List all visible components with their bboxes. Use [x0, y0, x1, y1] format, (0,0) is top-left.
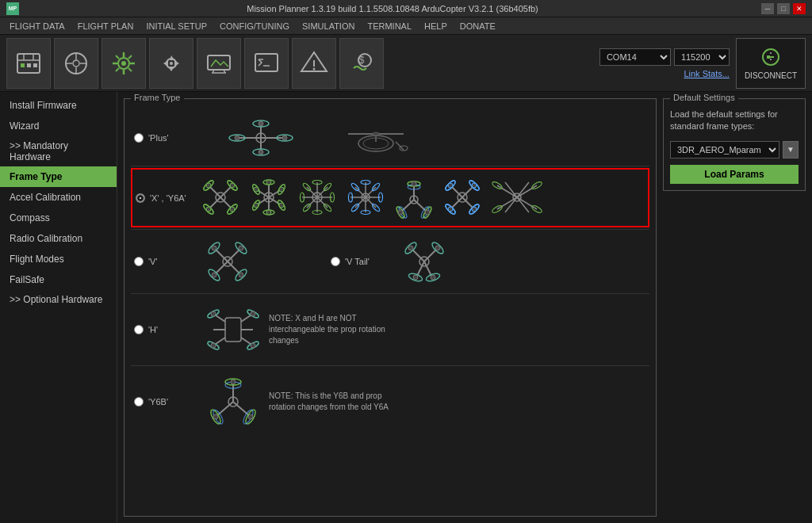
radio-y6b-label[interactable]: 'Y6B' [134, 397, 197, 407]
toolbar-buttons: $ [6, 38, 384, 89]
sidebar-item-install-firmware[interactable]: Install Firmware [0, 95, 117, 116]
radio-v-label[interactable]: 'V' [134, 257, 197, 266]
load-params-button[interactable]: Load Params [670, 165, 799, 184]
sidebar-item-optional-hardware[interactable]: >> Optional Hardware [0, 290, 117, 309]
radio-x-y6a-label[interactable]: 'X' , 'Y6A' [136, 193, 199, 203]
svg-point-175 [239, 273, 243, 277]
plus-drone-svg [197, 118, 324, 158]
menu-donate[interactable]: DONATE [454, 20, 502, 32]
svg-line-92 [317, 187, 327, 197]
svg-point-202 [251, 311, 255, 316]
svg-line-156 [517, 182, 529, 197]
svg-line-154 [517, 197, 537, 209]
sidebar-item-wizard[interactable]: Wizard [0, 116, 117, 136]
menu-simulation[interactable]: SIMULATION [296, 20, 361, 32]
toolbar-flight-data-btn[interactable] [6, 38, 51, 89]
h-drone-svg [205, 302, 261, 357]
main-layout: Install Firmware Wizard >> Mandatory Har… [0, 92, 812, 523]
svg-point-136 [425, 210, 430, 215]
com-port-select[interactable]: COM14 [599, 48, 671, 66]
svg-point-8 [73, 60, 79, 67]
svg-point-148 [448, 207, 453, 212]
svg-line-94 [317, 197, 327, 208]
sidebar-item-flight-modes[interactable]: Flight Modes [0, 249, 117, 269]
svg-line-113 [355, 197, 366, 208]
divider-2 [131, 229, 649, 230]
sidebar-item-mandatory-hardware[interactable]: >> Mandatory Hardware [0, 136, 117, 166]
svg-point-188 [431, 275, 435, 280]
toolbar-config-btn[interactable] [149, 38, 193, 89]
svg-line-59 [209, 186, 220, 197]
toolbar-simulation-btn[interactable] [197, 38, 241, 89]
menu-flight-plan[interactable]: FLIGHT PLAN [71, 20, 140, 32]
menu-help[interactable]: HELP [418, 20, 454, 32]
svg-line-109 [366, 187, 376, 197]
toolbar-flight-plan-btn[interactable] [54, 38, 98, 89]
param-dropdown-btn[interactable]: ▼ [783, 141, 799, 158]
toolbar-donate-btn[interactable]: $ [339, 38, 384, 89]
radio-h[interactable] [134, 325, 144, 334]
flight-plan-icon [62, 49, 90, 78]
svg-point-70 [230, 207, 235, 212]
sidebar-item-frame-type[interactable]: Frame Type [0, 166, 117, 187]
menu-config-tuning[interactable]: CONFIG/TUNING [213, 20, 296, 32]
minimize-button[interactable]: ─ [761, 3, 774, 14]
toolbar-help-btn[interactable] [292, 38, 336, 89]
sidebar-item-failsafe[interactable]: FailSafe [0, 269, 117, 290]
svg-line-60 [220, 186, 232, 197]
svg-line-62 [220, 197, 232, 208]
radio-y6b[interactable] [134, 397, 144, 407]
h-note: NOTE: X and H are NOT interchangeable th… [269, 313, 396, 346]
svg-point-14 [121, 61, 126, 66]
radio-plus[interactable] [134, 133, 144, 143]
sidebar-item-accel-calibration[interactable]: Accel Calibration [0, 187, 117, 208]
octo2-svg [344, 176, 388, 220]
help-icon [300, 49, 328, 78]
toolbar-initial-setup-btn[interactable] [102, 38, 146, 89]
v-label: 'V' [148, 257, 158, 266]
elongated-octo-svg [489, 176, 545, 220]
svg-line-164 [215, 249, 228, 262]
svg-line-21 [128, 55, 132, 59]
svg-point-24 [170, 62, 173, 65]
svg-rect-4 [21, 63, 25, 67]
frame-row-h: 'H' [131, 296, 649, 364]
svg-point-48 [259, 150, 263, 155]
radio-vtail[interactable] [331, 257, 340, 266]
divider-1 [131, 166, 649, 166]
svg-line-139 [462, 186, 473, 197]
y6b-label: 'Y6B' [148, 397, 168, 407]
radio-plus-label[interactable]: 'Plus' [134, 133, 197, 143]
maximize-button[interactable]: □ [777, 3, 790, 14]
svg-point-84 [266, 180, 271, 185]
disconnect-button[interactable]: DISCONNECT [736, 38, 806, 89]
svg-point-86 [279, 203, 284, 208]
svg-point-186 [435, 246, 440, 250]
menu-flight-data[interactable]: FLIGHT DATA [3, 20, 71, 32]
content-area: Frame Type 'Plus' [117, 92, 812, 523]
svg-point-69 [206, 207, 211, 212]
radio-vtail-label[interactable]: 'V Tail' [331, 257, 394, 266]
sidebar-item-radio-calibration[interactable]: Radio Calibration [0, 228, 117, 249]
radio-h-label[interactable]: 'H' [134, 325, 197, 334]
link-stats-link[interactable]: Link Stats... [684, 69, 729, 78]
radio-v[interactable] [134, 257, 144, 266]
baud-rate-select[interactable]: 115200 [674, 48, 730, 66]
v-drone-svg [204, 238, 251, 285]
svg-rect-189 [225, 318, 241, 342]
menubar: FLIGHT DATA FLIGHT PLAN INITIAL SETUP CO… [0, 17, 812, 35]
svg-line-165 [228, 249, 240, 262]
menu-initial-setup[interactable]: INITIAL SETUP [140, 20, 213, 32]
menu-terminal[interactable]: TERMINAL [361, 20, 418, 32]
toolbar-terminal-btn[interactable] [244, 38, 289, 89]
svg-point-47 [259, 121, 263, 126]
param-select[interactable]: 3DR_AERO_Mparam [670, 141, 779, 158]
close-button[interactable]: ✕ [793, 3, 806, 14]
svg-line-177 [412, 249, 424, 262]
radio-x-y6a[interactable] [136, 193, 145, 203]
svg-point-146 [448, 183, 453, 188]
default-settings-title: Default Settings [670, 93, 738, 102]
y6b-drone-svg [205, 374, 261, 429]
svg-point-216 [248, 414, 253, 419]
sidebar-item-compass[interactable]: Compass [0, 208, 117, 228]
